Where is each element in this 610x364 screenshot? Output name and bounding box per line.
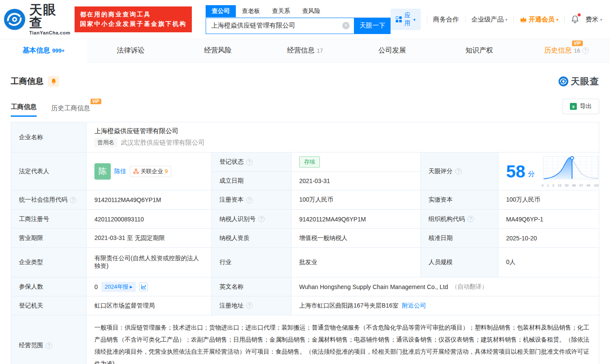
open-vip-label: 开通会员: [529, 16, 554, 24]
company-name: 上海橙焱供应链管理有限公司: [94, 127, 178, 135]
vip-badge: VIP: [572, 40, 583, 46]
search-tab-boss[interactable]: 查老板: [236, 5, 266, 17]
help-icon[interactable]: ?: [46, 342, 52, 349]
help-icon[interactable]: ?: [467, 216, 474, 222]
search-submit-button[interactable]: 天眼一下: [354, 18, 391, 34]
page: 天眼查 TianYanCha.com 都在用的商业查询工具 国家中小企业发展子基…: [0, 0, 610, 363]
tab-basic-info[interactable]: 基本信息 999+: [0, 39, 87, 62]
arrow-right-icon: ▸: [130, 283, 133, 290]
main-content: 工商信息 天眼查 工商信息 历史工商信息 V: [0, 62, 610, 364]
field-label: 成立日期: [212, 172, 291, 190]
auto-translate-note: （自动翻译）: [451, 283, 488, 291]
notifications-bell[interactable]: [571, 15, 579, 24]
field-label: 英文名称: [212, 277, 291, 296]
subtab-business-info[interactable]: 工商信息: [11, 103, 37, 117]
user-menu[interactable]: 费米 ▾: [585, 16, 602, 24]
field-label: 企业类型: [11, 248, 87, 277]
search-input[interactable]: [206, 18, 354, 34]
field-label: 核准日期: [421, 229, 498, 248]
help-icon[interactable]: ?: [246, 197, 253, 203]
related-count: 9: [165, 168, 168, 174]
nav-cooperation[interactable]: 商务合作: [433, 16, 459, 24]
status-badge: 存续: [299, 156, 320, 168]
business-term-cell: 2021-03-31 至 无固定期限: [87, 229, 212, 248]
field-label: 企业名称: [11, 122, 87, 152]
tab-count: 16: [574, 47, 580, 54]
tianyancha-logo-icon: [558, 76, 569, 87]
legal-rep-name-link[interactable]: 陈佳: [114, 168, 126, 175]
clear-search-icon[interactable]: ×: [342, 22, 350, 29]
nav-enterprise[interactable]: 企业级产品 ▾: [471, 16, 507, 24]
report-label: 2024年报: [105, 283, 128, 291]
legal-rep-cell: 陈 陈佳 关联企业 9: [87, 152, 212, 190]
field-label: 统一社会信用代码 ?: [11, 190, 87, 210]
establish-date-cell: 2021-03-31: [291, 172, 421, 190]
reg-address-cell: 上海市虹口区曲阳路167号夹层B16室 附近公司: [291, 296, 599, 315]
brand-name: 天眼查: [29, 3, 71, 29]
chevron-down-icon: ▾: [505, 17, 507, 22]
tab-label: 知识产权: [466, 46, 493, 55]
business-info-table: 企业名称 上海橙焱供应链管理有限公司 曾用名 武汉宏胜供应链管理有限公司 法定代…: [11, 122, 599, 364]
company-name-cell: 上海橙焱供应链管理有限公司 曾用名 武汉宏胜供应链管理有限公司: [87, 122, 599, 152]
former-name: 武汉宏胜供应链管理有限公司: [121, 139, 205, 147]
tab-company-development[interactable]: 公司发展: [349, 39, 436, 62]
label-text: 纳税人识别号: [219, 215, 256, 223]
reg-number-cell: 420112000893110: [87, 210, 212, 229]
export-button[interactable]: x 导出: [563, 99, 599, 114]
score-axis-labels: 0131550859799100: [541, 184, 599, 187]
subscribe-bell-button[interactable]: [48, 76, 59, 87]
search-area: 查公司 查老板 查关系 查风险 × 天眼一下: [206, 5, 391, 34]
reg-status-cell: 存续: [291, 152, 421, 172]
label-text: 统一社会信用代码: [19, 196, 67, 204]
help-icon[interactable]: ?: [70, 197, 76, 203]
field-label: 工商注册号: [11, 210, 87, 229]
nav-open-vip[interactable]: 开通会员 ▾: [520, 16, 558, 24]
help-icon[interactable]: ?: [246, 159, 253, 165]
related-companies-badge[interactable]: 关联企业 9: [130, 166, 171, 177]
tab-label: 经营信息: [287, 46, 315, 55]
related-label: 关联企业: [141, 168, 163, 175]
field-label: 天眼评分 ?: [421, 152, 498, 190]
chevron-down-icon: ▾: [600, 17, 602, 22]
search-tab-company[interactable]: 查公司: [206, 5, 236, 17]
reg-address: 上海市虹口区曲阳路167号夹层B16室: [299, 302, 398, 310]
help-icon[interactable]: ?: [258, 216, 265, 222]
field-label: 注册资本 ?: [212, 190, 291, 210]
staff-size-cell: 0人: [498, 248, 599, 277]
bell-icon: [50, 78, 57, 85]
tab-history-info[interactable]: 历史信息 VIP 16 ?: [523, 39, 610, 62]
tab-legal[interactable]: 法律诉讼: [87, 39, 174, 62]
divider: [564, 16, 565, 23]
apps-menu[interactable]: 应用 ▾: [391, 9, 421, 30]
credit-code-cell: 91420112MA49Q6YP1M: [87, 190, 212, 210]
legal-rep-avatar[interactable]: 陈: [94, 163, 111, 180]
nearby-companies-link[interactable]: 附近公司: [402, 302, 426, 310]
search-tab-risk[interactable]: 查风险: [296, 5, 326, 17]
help-icon[interactable]: ?: [246, 302, 253, 309]
search-bar: × 天眼一下: [206, 18, 391, 34]
score-cell: 58 分: [498, 152, 599, 190]
annual-report-badge[interactable]: 2024年报 ▸: [101, 282, 136, 292]
search-tab-relation[interactable]: 查关系: [266, 5, 296, 17]
insured-count: 0: [94, 283, 98, 290]
tianyancha-logo[interactable]: 天眼查 TianYanCha.com: [3, 3, 70, 35]
tab-label: 历史信息: [544, 47, 572, 54]
tab-label: 法律诉讼: [117, 46, 144, 55]
tab-intellectual-property[interactable]: 知识产权: [436, 39, 523, 62]
help-icon[interactable]: ?: [455, 168, 462, 174]
subtab-label: 历史工商信息: [51, 104, 90, 112]
watermark-brand: 天眼查: [571, 75, 599, 87]
trend-chart-icon[interactable]: [139, 283, 148, 291]
tab-business-info[interactable]: 经营信息 17: [261, 39, 348, 62]
label-text: 注册地址: [219, 302, 244, 310]
field-label: 参保人数: [11, 277, 87, 296]
label-text: 组织机构代码: [429, 215, 465, 223]
field-label: 人员规模: [421, 248, 498, 277]
tab-operation-risk[interactable]: 经营风险: [174, 39, 261, 62]
label-text: 注册资本: [219, 196, 244, 204]
subtab-history-business-info[interactable]: 历史工商信息 VIP: [51, 104, 90, 117]
help-icon[interactable]: ?: [582, 47, 589, 54]
chevron-down-icon: ▾: [413, 17, 416, 22]
org-code-cell: MA49Q6YP-1: [498, 210, 599, 229]
field-label: 登记机关: [11, 296, 87, 315]
